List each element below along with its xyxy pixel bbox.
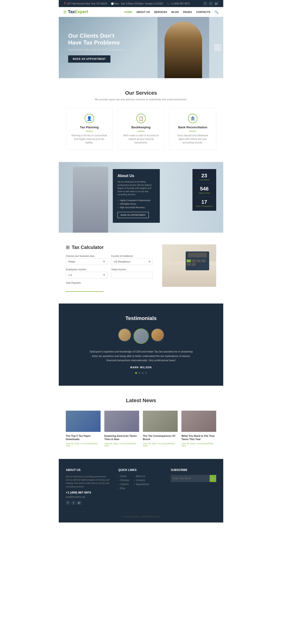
footer-bottom: © 2016 TaxExpert. All Rights Reserved. — [66, 512, 216, 518]
testimonial-avatars — [66, 328, 216, 344]
nav-home[interactable]: HOME — [124, 10, 132, 14]
footer-facebook-icon[interactable]: f — [66, 500, 70, 505]
hero-figure — [164, 22, 202, 78]
calculator-heading: Tax Calculator — [72, 245, 104, 250]
search-icon[interactable]: 🔍 — [215, 10, 219, 14]
avatar-1[interactable] — [118, 328, 131, 342]
footer-about-title: ABOUT US — [66, 468, 111, 472]
stat-consultants-number: 23 — [196, 172, 213, 179]
news-card-3: The Tax Consequences Of Brexit June 28, … — [143, 411, 178, 447]
footer-link-services[interactable]: Services — [118, 479, 129, 482]
logo[interactable]: ⊞ TaxExpert — [63, 10, 88, 14]
footer-link-careers[interactable]: Careers — [118, 483, 129, 486]
news-section: Latest News The Top 5 Tax Paper Download… — [59, 386, 223, 459]
nav-pages[interactable]: PAGES — [183, 10, 192, 14]
footer-link-home[interactable]: Home — [118, 475, 129, 478]
avatar-2[interactable] — [134, 328, 149, 344]
main-nav: HOME ABOUT US SERVICES BLOG PAGES CONTAC… — [124, 10, 219, 14]
subscribe-email-input[interactable] — [171, 475, 210, 482]
about-description: We are dedicated to providing profession… — [118, 180, 155, 196]
footer-twitter-icon[interactable]: t — [71, 500, 76, 505]
footer-email: info@domaine.org — [66, 496, 111, 498]
footer-link-contacts[interactable]: Contacts — [134, 479, 149, 482]
footer-phone: +1 (409) 987-5874 — [66, 491, 111, 494]
hours-info: 🕐 Mon - Sat: 9:00am-18:00pm, Sunday CLOS… — [111, 2, 163, 5]
news-image-1 — [66, 411, 101, 432]
service-title-bookkeeping: Bookkeeping — [123, 126, 159, 129]
footer-subscribe-title: SUBSCRIBE — [171, 468, 216, 472]
testimonial-text: TaxExpert's expertise and knowledge of U… — [88, 350, 194, 362]
yearly-income-input[interactable] — [111, 272, 153, 278]
service-title-tax-planning: Tax Planning — [71, 126, 108, 129]
stat-clients: 546 Happy Clients — [196, 186, 213, 194]
news-image-3 — [143, 411, 178, 432]
calculator-image — [162, 244, 216, 287]
total-payment-input[interactable] — [66, 285, 103, 292]
yearly-income-field: Yearly income — [111, 268, 153, 278]
residence-field: Country of residence US Residence — [111, 255, 153, 265]
calculator-section: ⊞ Tax Calculator Choose your business ar… — [59, 233, 223, 304]
calc-row-2: Employees number 1-5 Yearly income — [66, 268, 153, 278]
service-underline — [86, 131, 93, 132]
residence-select[interactable]: US Residence — [111, 258, 153, 265]
make-appointment-button[interactable]: MAKE AN APPOINTMENT — [68, 55, 111, 63]
subscribe-form: › — [171, 475, 216, 482]
news-title-2[interactable]: Exploring American Taxes: Then & Now — [104, 434, 139, 441]
hero-section: Our Clients Don't Have Tax Problems Opti… — [59, 17, 223, 78]
news-image-2 — [104, 411, 139, 432]
dot-1[interactable] — [135, 372, 137, 374]
news-title-4[interactable]: What You Need to File Your Taxes This Ye… — [181, 434, 216, 441]
news-title-1[interactable]: The Top 5 Tax Paper Downloads — [66, 434, 101, 441]
about-heading: About Us — [118, 174, 155, 178]
copyright-text: © 2016 TaxExpert. All Rights Reserved. — [123, 516, 159, 518]
employees-label: Employees number — [66, 268, 107, 271]
footer-link-appointment[interactable]: Appointment — [134, 483, 149, 486]
services-subtitle: We provide expert tax and advisory servi… — [66, 98, 216, 101]
news-title-3[interactable]: The Tax Consequences Of Brexit — [143, 434, 178, 441]
footer-links-title: QUICK LINKS — [118, 468, 163, 472]
logo-icon: ⊞ — [63, 10, 66, 14]
total-payment-label: Total Payment — [66, 282, 103, 284]
stat-divider-1 — [196, 183, 213, 184]
footer-subscribe-col: SUBSCRIBE › — [171, 468, 216, 505]
news-grid: The Top 5 Tax Paper Downloads June 28, 2… — [66, 411, 216, 447]
footer-social: f t g+ — [66, 500, 111, 505]
top-bar-info: 📍 267 Park Avenue New York, NY 90210 🕐 M… — [63, 2, 190, 5]
news-heading: Latest News — [66, 398, 216, 404]
stat-clients-label: Happy Clients — [196, 192, 213, 194]
subscribe-button[interactable]: › — [210, 475, 216, 482]
stat-experience-number: 17 — [196, 199, 213, 205]
dot-3[interactable] — [142, 372, 143, 374]
footer-googleplus-icon[interactable]: g+ — [77, 500, 81, 505]
about-list: Highly Competent Professionals; Affordab… — [118, 199, 155, 208]
employees-select[interactable]: 1-5 — [66, 272, 107, 278]
calculator-device — [186, 252, 209, 270]
footer-link-blog[interactable]: Blog — [118, 487, 129, 490]
nav-contacts[interactable]: CONTACTS — [196, 10, 210, 14]
service-card-tax-planning: 👤 Tax Planning Planning is the key to su… — [66, 108, 113, 150]
dot-4[interactable] — [145, 372, 147, 374]
nav-blog[interactable]: BLOG — [171, 10, 179, 14]
facebook-icon[interactable]: f — [203, 2, 207, 6]
about-section: About Us We are dedicated to providing p… — [59, 162, 223, 233]
services-heading: Our Services — [66, 90, 216, 96]
news-meta-4: June 28, 2016 • In ACCOUNTING TIPS — [181, 442, 216, 447]
phone-icon: 📞 — [167, 2, 170, 5]
nav-services[interactable]: SERVICES — [154, 10, 167, 14]
business-area-select[interactable]: Retail — [66, 258, 107, 265]
news-meta-3: June 28, 2016 • In ACCOUNTING TIPS — [143, 442, 178, 447]
avatar-3[interactable] — [151, 328, 164, 342]
dot-2[interactable] — [139, 372, 140, 374]
footer-about-col: ABOUT US We are dedicated to providing p… — [66, 468, 111, 505]
twitter-icon[interactable]: t — [209, 2, 213, 6]
hero-person-image — [157, 17, 209, 78]
googleplus-icon[interactable]: g+ — [214, 2, 219, 6]
footer-link-about[interactable]: About us — [134, 475, 149, 478]
nav-about[interactable]: ABOUT US — [136, 10, 150, 14]
about-appointment-button[interactable]: MAKE AN APPOINTMENT — [118, 212, 149, 218]
services-grid: 👤 Tax Planning Planning is the key to su… — [66, 108, 216, 150]
footer-links-list-2: About us Contacts Appointment — [134, 475, 149, 491]
news-card-4: What You Need to File Your Taxes This Ye… — [181, 411, 216, 447]
hero-next-arrow[interactable]: › — [214, 44, 221, 51]
service-desc-bookkeeping: We'll create a chart of accounts to capt… — [123, 134, 159, 144]
